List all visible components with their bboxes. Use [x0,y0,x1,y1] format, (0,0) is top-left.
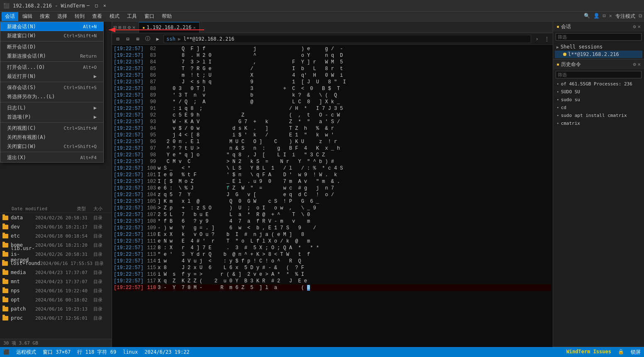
term-btn-info[interactable]: ⓘ [144,35,152,43]
history-gear-icon[interactable]: ⚙ [633,61,636,67]
menu-new-session[interactable]: 新建会话(N) Alt+N [0,22,103,31]
shell-sessions-header[interactable]: ▶ Shell sessions [555,43,642,51]
menu-disconnect[interactable]: 断开会话(D) [0,42,103,51]
history-cmd-1: of 461.55GB Processes: 236 [561,81,632,87]
menu-mode[interactable]: 模式 [106,12,123,21]
sessions-gear-icon[interactable]: ⚙ [633,24,636,29]
folder-icon-lib [2,250,9,258]
folder-icon-dev [2,223,9,231]
term-btn-new[interactable]: ⊞ [134,35,142,43]
window-controls: ─ □ ✕ [85,2,108,9]
window-title: 192.168.2.216 - WindTerm [13,3,85,9]
bullet-5: • [556,113,559,118]
file-row-lost[interactable]: lost+found 2024/06/16 17:55:53 目录 [0,259,112,268]
folder-icon-mnt [2,278,9,285]
menu-close-window[interactable]: 关闭窗口(W) Ctrl+Shift+Q [0,142,103,151]
term-line-109: [19:22:57] 109 - ) w Y g = . ] 6 w < b ,… [114,225,551,231]
file-row-media[interactable]: media 2024/04/23 17:37:07 目录 [0,268,112,277]
brand-label[interactable]: WindTerm Issues [566,349,611,356]
term-btn-play[interactable]: ▶ [154,35,162,43]
term-line-108: [19:22:57] 108 * f B 6 ? y 9 4 7 a f R V… [114,218,551,225]
menu-recent[interactable]: 最近打开(N) ▶ [0,72,103,81]
toolbar-search-icon[interactable]: 🔍 [584,13,590,20]
close-btn[interactable]: ✕ [101,2,108,9]
menu-goto[interactable]: 转到 [71,12,88,21]
toolbar-window-icon[interactable]: ⧉ [639,13,642,20]
terminal-tab-1[interactable]: ▪ 1.192.168.2.216 ✕ [139,22,199,33]
session-active-indicator [563,53,566,56]
exit-label: 退出(X) [7,154,26,161]
toolbar-focus-label[interactable]: 专注模式 [615,13,635,20]
terminal-toolbar: ⊡ ⊟ ⊞ ⓘ ▶ ssh ▶ l**@192.168.2.216 › ⋮ [112,33,553,45]
menu-window[interactable]: 窗口 [141,12,158,21]
menu-new-window[interactable]: 新建窗口(W) Ctrl+Shift+N [0,31,103,40]
close-window-shortcut: Ctrl+Shift+Q [64,144,97,149]
history-filter-input[interactable] [556,71,642,78]
file-row-nps[interactable]: nps 2024/06/16 19:22:40 目录 [0,286,112,295]
history-item-3[interactable]: • sudo su [553,96,644,104]
menu-help[interactable]: 帮助 [159,12,175,21]
status-window: 窗口 37×67 [43,349,71,356]
terminal-body[interactable]: [19:22:57] 82 Q F ] f j ) e g / - [19:22… [112,45,553,347]
history-item-5[interactable]: • sudo apt install cmatrix [553,112,644,119]
tab-close-btn[interactable]: ✕ [193,25,196,30]
file-row-patch[interactable]: patch 2024/06/16 19:23:13 目录 [0,304,112,313]
session-item-1[interactable]: l**@192.168.2.216 [555,51,642,58]
file-row-mnt[interactable]: mnt 2024/04/23 17:37:07 目录 [0,277,112,286]
menu-session[interactable]: 会话 [2,12,18,21]
history-title: 历史命令 [561,61,581,68]
file-row-proc[interactable]: proc 2024/06/17 12:56:01 目录 [0,313,112,323]
path-ssh-label: ssh [166,36,176,42]
sessions-close-icon[interactable]: ✕ [638,24,641,29]
toolbar-user-icon: 👤 [593,13,600,20]
new-session-label: 新建会话(N) [7,23,36,30]
sessions-filter-input[interactable] [556,33,642,41]
term-line-93: [19:22:57] 93 W - K A V G 7 + k Z * " a … [114,119,551,125]
history-item-2[interactable]: • SUDO SU [553,88,644,96]
menu-exit[interactable]: 退出(X) Alt+F4 [0,153,103,162]
close-view-label: 关闭视图(C) [7,125,36,132]
history-item-6[interactable]: • cmatrix [553,119,644,127]
term-line-115: [19:22:57] 115 x 8 J 2 x U 6 L 6 x 5 D y… [114,265,551,271]
recent-label: 最近打开(N) [7,73,36,80]
history-cmd-3: sudo su [561,97,580,102]
history-item-1[interactable]: • of 461.55GB Processes: 236 [553,80,644,88]
menu-reconnect[interactable]: 重新连接会话(R) Return [0,51,103,61]
separator-3 [0,82,103,82]
file-row-lib[interactable]: lib.usr-is-merged 2024/02/26 20:58:31 目录 [0,250,112,259]
file-row-opt[interactable]: opt 2024/06/16 00:18:02 目录 [0,295,112,304]
menu-select[interactable]: 选择 [54,12,71,21]
tab-close-icon[interactable]: ✕ [132,24,135,30]
history-close-icon[interactable]: ✕ [638,61,641,67]
tab-session-icon: ▪ [142,25,145,30]
term-btn-chevron[interactable]: › [533,35,541,43]
menu-tools[interactable]: 工具 [124,12,140,21]
status-bar: ⬛ 远程模式 窗口 37×67 行 118 字符 69 linux 2024/6… [0,347,644,357]
menu-open-session[interactable]: 打开会话...(O) Alt+O [0,63,103,72]
term-btn-split-h[interactable]: ⊡ [114,35,122,43]
close-all-views-label: 关闭所有视图(A) [7,134,46,141]
menu-search[interactable]: 搜索 [37,12,53,21]
file-row-dev[interactable]: dev 2024/06/16 18:21:17 目录 [0,222,112,231]
file-row-data[interactable]: data 2024/02/26 20:58:31 目录 [0,213,112,222]
menu-close-view[interactable]: 关闭视图(C) Ctrl+Shift+W [0,124,103,133]
tab-settings-icon[interactable]: ⚙ [128,24,131,30]
folder-icon-patch [2,305,9,313]
history-item-4[interactable]: • cd [553,104,644,112]
menu-save-as[interactable]: 将选择另存为...(L) [0,92,103,101]
history-filter [553,69,644,80]
menu-log[interactable]: 日志(L) ▶ [0,103,103,112]
menu-save-session[interactable]: 保存会话(S) Ctrl+Shift+S [0,83,103,92]
maximize-btn[interactable]: □ [93,2,100,9]
menu-edit[interactable]: 编辑 [19,12,36,21]
menu-close-all-views[interactable]: 关闭所有视图(A) [0,133,103,142]
term-btn-menu[interactable]: ⋮ [543,35,551,43]
term-line-100: [19:22:57] 100 w S _ < * \ L S Y B L 1 /… [114,165,551,172]
path-host-label: l**@192.168.2.216 [183,36,234,42]
file-row-etc[interactable]: etc 2024/06/18 00:18:54 目录 [0,231,112,240]
menu-preferences[interactable]: 首选项(P) ▶ [0,112,103,121]
menu-view[interactable]: 查看 [89,12,105,21]
term-btn-split-v[interactable]: ⊟ [124,35,132,43]
minimize-btn[interactable]: ─ [85,2,91,9]
folder-icon-home [2,241,9,249]
